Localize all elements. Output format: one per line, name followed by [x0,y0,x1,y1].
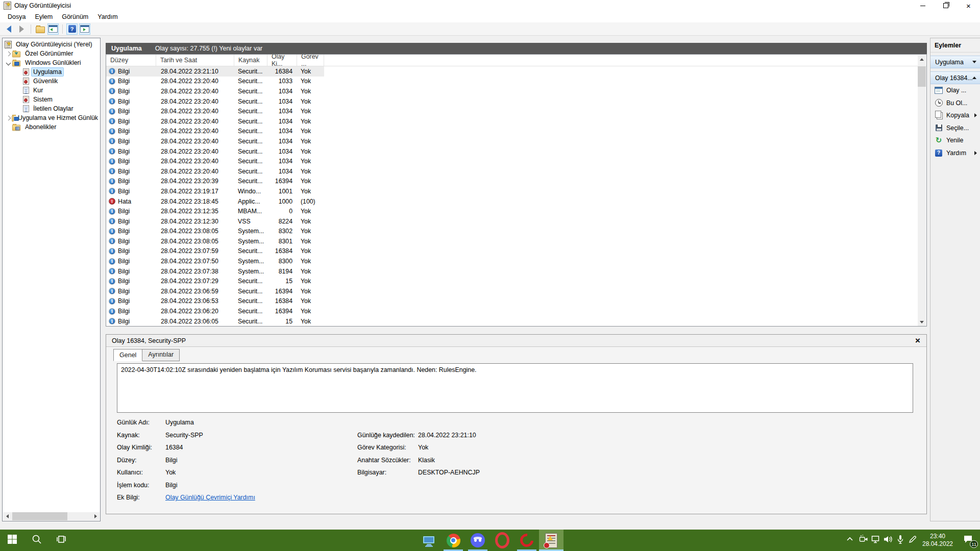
tray-pen[interactable] [906,530,919,551]
column-header-date[interactable]: Tarih ve Saat [156,55,234,66]
event-row[interactable]: !Hata28.04.2022 23:18:45Applic...1000(10… [106,196,324,207]
event-row[interactable]: iBilgi28.04.2022 23:12:30VSS8224Yok [106,216,324,227]
field-label: Görev Kategorisi: [357,444,418,451]
scroll-left-button[interactable] [3,512,11,520]
taskbar-app-chrome[interactable] [441,530,465,551]
scroll-down-button[interactable] [918,318,926,326]
back-button[interactable] [3,23,14,35]
tree-expander[interactable] [5,61,12,65]
show-hide-console-tree-button[interactable] [47,23,59,35]
event-row[interactable]: iBilgi28.04.2022 23:20:40Securit...1033Y… [106,77,324,87]
minimize-button[interactable] [911,0,934,11]
event-row[interactable]: iBilgi28.04.2022 23:20:40Securit...1034Y… [106,136,324,146]
event-row[interactable]: iBilgi28.04.2022 23:12:35MBAM...0Yok [106,206,324,216]
event-row[interactable]: iBilgi28.04.2022 23:07:29Securit...15Yok [106,276,324,286]
event-row[interactable]: iBilgi28.04.2022 23:19:17Windo...1001Yok [106,186,324,196]
event-row[interactable]: iBilgi28.04.2022 23:08:05System...8302Yo… [106,227,324,237]
tray-meet-now[interactable] [857,530,870,551]
scroll-up-button[interactable] [918,55,926,63]
start-button[interactable] [0,530,24,551]
tray-volume[interactable] [882,530,894,551]
menu-dosya[interactable]: Dosya [3,12,30,21]
tree-item-olay-görüntüleyicisi-yerel-[interactable]: Olay Görüntüleyicisi (Yerel) [3,40,100,49]
tree-item-uygulama-ve-hizmet-günlük[interactable]: Uygulama ve Hizmet Günlük [3,113,100,122]
tree-item-güvenlik[interactable]: Güvenlik [3,77,100,86]
tray-chevron-up[interactable] [842,530,857,551]
tree-expander[interactable] [5,116,12,120]
cell-level: iBilgi [106,228,156,235]
column-header-source[interactable]: Kaynak [234,55,267,66]
help-button[interactable]: ? [66,23,78,35]
scrollbar-thumb[interactable] [12,512,67,520]
cell-event-id: 1034 [267,158,297,165]
detail-close-button[interactable]: × [915,337,920,345]
event-row[interactable]: iBilgi28.04.2022 23:06:20Securit...16394… [106,306,324,316]
taskbar-app-computer[interactable] [416,530,441,551]
action-properties[interactable]: Olay ... [930,84,980,97]
tree-item-abonelikler[interactable]: Abonelikler [3,122,100,132]
event-row[interactable]: iBilgi28.04.2022 23:20:40Securit...1034Y… [106,146,324,157]
event-row[interactable]: iBilgi28.04.2022 23:20:40Securit...1034Y… [106,86,324,96]
event-row[interactable]: iBilgi28.04.2022 23:21:10Securit...16384… [106,66,324,77]
online-help-link[interactable]: Olay Günlüğü Çevrimiçi Yardımı [165,494,255,501]
tree-item-özel-görünümler[interactable]: Özel Görünümler [3,49,100,58]
tree-expander[interactable] [5,52,12,56]
actions-section-event[interactable]: Olay 16384... [930,71,980,84]
event-row[interactable]: iBilgi28.04.2022 23:20:40Securit...1034Y… [106,96,324,107]
column-header-eventid[interactable]: Olay Ki... [267,55,297,66]
action-refresh[interactable]: ↻Yenile [930,134,980,147]
event-row[interactable]: iBilgi28.04.2022 23:08:05System...8301Yo… [106,236,324,246]
menu-yardım[interactable]: Yardım [93,12,122,21]
taskbar-app-opera-gx[interactable] [490,530,514,551]
event-row[interactable]: iBilgi28.04.2022 23:07:38System...8194Yo… [106,266,324,277]
event-row[interactable]: iBilgi28.04.2022 23:20:40Securit...1034Y… [106,116,324,127]
tab-ayrıntılar[interactable]: Ayrıntılar [142,349,180,361]
event-row[interactable]: iBilgi28.04.2022 23:06:05Securit...15Yok [106,316,324,327]
action-help[interactable]: ?Yardım [930,147,980,160]
notification-center-button[interactable]: 11 [957,530,980,551]
level-text: Bilgi [118,178,130,185]
event-row[interactable]: iBilgi28.04.2022 23:06:59Securit...16394… [106,286,324,296]
cell-event-id: 16394 [267,288,297,295]
close-button[interactable]: × [957,0,980,11]
open-saved-log-button[interactable] [35,23,46,35]
event-row[interactable]: iBilgi28.04.2022 23:07:50System...8300Yo… [106,256,324,266]
search-button[interactable] [24,530,49,551]
taskbar-clock[interactable]: 23:4028.04.2022 [919,533,957,548]
actions-section-log[interactable]: Uygulama [930,56,980,68]
tray-network[interactable] [870,530,882,551]
scrollbar-thumb[interactable] [918,66,926,87]
tab-genel[interactable]: Genel [113,349,142,361]
list-vertical-scrollbar[interactable] [918,55,926,326]
event-row[interactable]: iBilgi28.04.2022 23:20:40Securit...1034Y… [106,156,324,166]
show-hide-action-pane-button[interactable] [79,23,90,35]
task-view-button[interactable] [49,530,74,551]
action-save[interactable]: Seçile... [930,122,980,135]
tree-item-windows-günlükleri[interactable]: Windows Günlükleri [3,58,100,67]
event-row[interactable]: iBilgi28.04.2022 23:07:59Securit...16384… [106,246,324,257]
restore-button[interactable] [934,0,957,11]
tray-microphone[interactable] [894,530,906,551]
tree-item-uygulama[interactable]: Uygulama [3,67,100,77]
scroll-right-button[interactable] [91,512,100,520]
event-row[interactable]: iBilgi28.04.2022 23:20:40Securit...1034Y… [106,106,324,116]
taskbar-app-event-viewer[interactable] [539,530,564,551]
tree-item-kur[interactable]: Kur [3,86,100,95]
forward-button[interactable] [16,23,27,35]
tree-item-i-letilen-olaylar[interactable]: İletilen Olaylar [3,104,100,113]
taskbar-app-opera-red[interactable] [514,530,539,551]
column-header-category[interactable]: Görev ... [297,55,324,66]
event-row[interactable]: iBilgi28.04.2022 23:06:53Securit...16384… [106,296,324,307]
column-header-level[interactable]: Düzey [106,55,156,66]
tree-horizontal-scrollbar[interactable] [3,512,100,520]
action-clock[interactable]: Bu Ol... [930,97,980,110]
event-row[interactable]: iBilgi28.04.2022 23:20:40Securit...1034Y… [106,166,324,177]
tree-item-sistem[interactable]: Sistem [3,95,100,104]
action-copy[interactable]: Kopyala [930,109,980,122]
taskbar-app-discord[interactable] [465,530,490,551]
event-row[interactable]: iBilgi28.04.2022 23:20:40Securit...1034Y… [106,127,324,137]
menu-görünüm[interactable]: Görünüm [57,12,93,21]
event-row[interactable]: iBilgi28.04.2022 23:20:39Securit...16394… [106,177,324,187]
menu-eylem[interactable]: Eylem [30,12,57,21]
cell-event-id: 16394 [267,178,297,185]
